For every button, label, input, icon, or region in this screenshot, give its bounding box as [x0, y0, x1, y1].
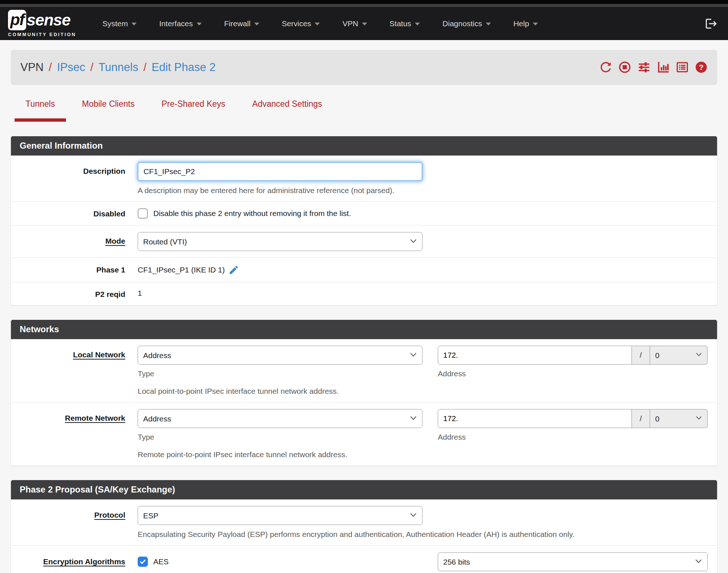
networks-panel: Networks Local Network Address Type Loca… — [11, 320, 717, 466]
local-network-help: Local point-to-point IPsec interface tun… — [138, 387, 422, 396]
check-icon — [139, 558, 146, 565]
breadcrumb-link-ipsec[interactable]: IPsec — [57, 61, 85, 74]
protocol-label: Protocol — [11, 506, 138, 539]
p2-reqid-label: P2 reqid — [11, 289, 138, 299]
edit-pencil-icon[interactable] — [228, 264, 239, 275]
breadcrumb-separator: / — [49, 61, 52, 74]
breadcrumb-separator: / — [90, 61, 94, 74]
page-tabs: Tunnels Mobile Clients Pre-Shared Keys A… — [11, 99, 717, 122]
slash-separator: / — [632, 346, 650, 365]
caret-down-icon — [415, 23, 420, 25]
section-title-proposal: Phase 2 Proposal (SA/Key Exchange) — [11, 480, 717, 499]
local-network-row: Local Network Address Type Local point-t… — [11, 339, 717, 402]
logo-pf-text: pf — [10, 11, 24, 28]
help-icon[interactable]: ? — [695, 61, 708, 74]
description-help: A description may be entered here for ad… — [138, 186, 708, 195]
caret-down-icon — [533, 23, 538, 25]
nav-item-firewall[interactable]: Firewall — [216, 14, 268, 33]
remote-network-prefix-select[interactable]: 0 — [650, 409, 708, 428]
stop-icon[interactable] — [618, 61, 631, 74]
mode-select[interactable]: Routed (VTI) — [138, 232, 422, 251]
phase2-proposal-panel: Phase 2 Proposal (SA/Key Exchange) Proto… — [11, 480, 717, 573]
window-top-strip — [0, 0, 728, 4]
tab-mobile-clients[interactable]: Mobile Clients — [71, 99, 145, 122]
encryption-row-aes: Encryption Algorithms AES 256 bits — [11, 545, 717, 573]
description-input[interactable] — [138, 162, 422, 181]
logo-edition-text: COMMUNITY EDITION — [8, 32, 76, 37]
log-icon[interactable] — [676, 61, 689, 74]
nav-item-services[interactable]: Services — [273, 14, 329, 33]
window-sub-strip — [0, 4, 728, 7]
disabled-checkbox-label: Disable this phase 2 entry without remov… — [153, 209, 351, 218]
pfsense-logo[interactable]: pf sense COMMUNITY EDITION — [8, 10, 76, 37]
logo-sense-text: sense — [27, 11, 71, 29]
p2-reqid-row: P2 reqid 1 — [11, 282, 717, 305]
logout-button[interactable] — [705, 17, 718, 30]
disabled-checkbox[interactable] — [138, 208, 148, 219]
remote-network-help: Remote point-to-point IPsec interface tu… — [138, 450, 422, 459]
sliders-icon[interactable] — [637, 61, 651, 74]
mode-row: Mode Routed (VTI) — [11, 225, 717, 258]
disabled-row: Disabled Disable this phase 2 entry with… — [11, 201, 717, 225]
encryption-algorithms-label: Encryption Algorithms — [11, 552, 138, 571]
remote-network-address-input[interactable] — [438, 409, 632, 428]
description-label: Description — [11, 162, 138, 195]
breadcrumb-link-edit-phase2[interactable]: Edit Phase 2 — [151, 61, 216, 74]
protocol-select[interactable]: ESP — [138, 506, 422, 525]
remote-network-row: Remote Network Address Type Remote point… — [11, 402, 717, 466]
protocol-row: Protocol ESP Encapsulating Security Payl… — [11, 499, 717, 545]
caret-down-icon — [315, 23, 320, 25]
svg-text:?: ? — [699, 63, 704, 71]
breadcrumb: VPN / IPsec / Tunnels / Edit Phase 2 — [20, 61, 216, 74]
p2-reqid-value: 1 — [138, 289, 708, 298]
disabled-checkbox-row[interactable]: Disable this phase 2 entry without remov… — [138, 208, 708, 219]
protocol-help: Encapsulating Security Payload (ESP) per… — [138, 530, 708, 539]
aes-checkbox-label: AES — [153, 557, 169, 566]
local-network-type-select[interactable]: Address — [138, 346, 422, 365]
remote-network-label: Remote Network — [11, 409, 138, 459]
caret-down-icon — [131, 23, 137, 25]
tab-advanced-settings[interactable]: Advanced Settings — [241, 99, 333, 122]
local-network-address-caption: Address — [438, 369, 708, 378]
remote-network-type-caption: Type — [138, 433, 422, 441]
aes-checkbox-row[interactable]: AES — [138, 557, 169, 567]
local-network-type-caption: Type — [138, 369, 422, 378]
caret-down-icon — [362, 23, 367, 25]
page-action-icons: ? — [599, 61, 708, 74]
nav-item-vpn[interactable]: VPN — [334, 14, 375, 33]
section-title-networks: Networks — [11, 320, 717, 339]
nav-item-help[interactable]: Help — [505, 14, 547, 33]
caret-down-icon — [486, 23, 491, 25]
tab-pre-shared-keys[interactable]: Pre-Shared Keys — [150, 99, 236, 122]
breadcrumb-link-tunnels[interactable]: Tunnels — [99, 61, 138, 74]
local-network-address-input[interactable] — [438, 346, 632, 365]
sign-out-icon — [705, 17, 718, 30]
aes-keylength-select[interactable]: 256 bits — [438, 552, 708, 571]
local-network-label: Local Network — [11, 346, 138, 396]
description-row: Description A description may be entered… — [11, 156, 717, 201]
caret-down-icon — [254, 23, 259, 25]
nav-item-system[interactable]: System — [94, 14, 145, 33]
nav-item-interfaces[interactable]: Interfaces — [150, 14, 210, 33]
phase1-row: Phase 1 CF1_IPsec_P1 (IKE ID 1) — [11, 258, 717, 282]
breadcrumb-bar: VPN / IPsec / Tunnels / Edit Phase 2 — [11, 50, 717, 85]
tab-tunnels[interactable]: Tunnels — [15, 99, 66, 122]
local-network-prefix-select[interactable]: 0 — [650, 346, 708, 365]
remote-network-type-select[interactable]: Address — [138, 409, 422, 428]
nav-menu: System Interfaces Firewall Services VPN … — [94, 14, 705, 33]
encryption-checkbox-0[interactable] — [138, 557, 148, 567]
disabled-label: Disabled — [11, 208, 138, 219]
mode-label: Mode — [11, 232, 138, 251]
phase1-label: Phase 1 — [11, 264, 138, 275]
section-title-general: General Information — [11, 136, 717, 156]
refresh-icon[interactable] — [599, 61, 612, 74]
nav-item-status[interactable]: Status — [381, 14, 429, 33]
pf-logo-box: pf — [8, 10, 26, 30]
caret-down-icon — [197, 23, 202, 25]
phase1-value: CF1_IPsec_P1 (IKE ID 1) — [138, 266, 225, 274]
breadcrumb-vpn: VPN — [20, 61, 44, 74]
general-information-panel: General Information Description A descri… — [11, 136, 717, 305]
remote-network-address-caption: Address — [438, 433, 708, 441]
bar-chart-icon[interactable] — [657, 61, 670, 74]
nav-item-diagnostics[interactable]: Diagnostics — [434, 14, 500, 33]
